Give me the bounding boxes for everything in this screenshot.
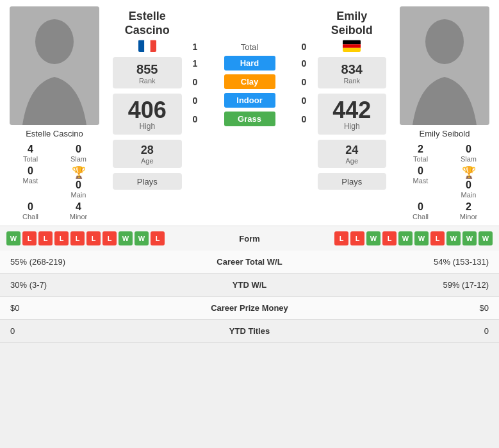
svg-rect-2 — [138, 40, 144, 52]
player2-stats: 2 Total 0 Slam 0 Mast 🏆 0 Main 0 — [400, 144, 489, 220]
player2-slam-label: Slam — [461, 155, 477, 163]
player2-middle-stats: EmilySeibold 834 Rank 442 High — [314, 6, 391, 220]
player2-card: Emily Seibold 2 Total 0 Slam 0 Mast 🏆 0 — [390, 6, 499, 220]
player2-age-label: Age — [318, 157, 387, 165]
player1-mast-value: 0 — [28, 165, 33, 177]
form-badge-p2: L — [350, 231, 364, 245]
player1-name-middle: EstelleCascino — [113, 6, 182, 40]
player1-main-value: 0 — [76, 179, 81, 191]
player2-mast-label: Mast — [413, 177, 429, 185]
form-badge-p2: W — [366, 231, 380, 245]
player1-flag-row — [113, 40, 182, 52]
player1-mast-cell: 0 Mast — [10, 165, 51, 199]
grass-score-left: 0 — [186, 114, 205, 124]
clay-badge: Clay — [224, 74, 275, 89]
player1-plays-box: Plays — [113, 173, 182, 190]
stats-center-0: Career Total W/L — [186, 251, 314, 274]
player1-middle-stats: EstelleCascino 855 Rank 406 High — [109, 6, 186, 220]
player2-age-box: 24 Age — [318, 140, 387, 168]
player2-name-middle: EmilySeibold — [318, 6, 387, 40]
player2-main-value: 0 — [466, 179, 471, 191]
player1-total-cell: 4 Total — [10, 144, 51, 163]
hard-badge: Hard — [224, 56, 275, 71]
player2-plays-box: Plays — [318, 173, 387, 190]
svg-rect-4 — [150, 40, 156, 52]
player1-form: WLLLLLLWWL — [6, 231, 224, 245]
form-badge-p1: W — [6, 231, 20, 245]
player1-slam-value: 0 — [76, 144, 81, 155]
clay-row: 0 Clay 0 — [186, 74, 314, 89]
player2-total-value: 2 — [418, 144, 423, 155]
player1-card: Estelle Cascino 4 Total 0 Slam 0 Mast 🏆 … — [0, 6, 109, 220]
main-container: Estelle Cascino 4 Total 0 Slam 0 Mast 🏆 … — [0, 0, 499, 343]
svg-point-9 — [425, 19, 464, 64]
player1-age-box: 28 Age — [113, 140, 182, 168]
player1-main-label: Main — [71, 191, 86, 199]
player2-slam-cell: 0 Slam — [448, 144, 489, 163]
stats-center-2: Career Prize Money — [186, 297, 314, 320]
player1-rank-label: Rank — [113, 77, 182, 85]
player2-slam-value: 0 — [466, 144, 471, 155]
form-badge-p1: L — [102, 231, 117, 245]
player2-high-box: 442 High — [318, 94, 387, 135]
form-badge-p1: L — [86, 231, 101, 245]
form-badge-p1: W — [119, 231, 133, 245]
player1-age-value: 28 — [113, 144, 182, 157]
stats-right-0: 54% (153-131) — [314, 251, 500, 274]
player2-rank-box: 834 Rank — [318, 57, 387, 88]
stats-right-3: 0 — [314, 320, 500, 343]
form-badge-p1: L — [38, 231, 53, 245]
clay-score-left: 0 — [186, 77, 205, 87]
indoor-score-right: 0 — [295, 95, 314, 106]
grass-row: 0 Grass 0 — [186, 112, 314, 126]
player1-stats: 4 Total 0 Slam 0 Mast 🏆 0 Main 0 — [10, 144, 99, 220]
player1-high-box: 406 High — [113, 94, 182, 135]
stats-center-3: YTD Titles — [186, 320, 314, 343]
stats-left-0: 55% (268-219) — [0, 251, 186, 274]
form-badge-p2: W — [398, 231, 413, 245]
form-badge-p1: L — [151, 231, 165, 245]
player-section: Estelle Cascino 4 Total 0 Slam 0 Mast 🏆 … — [0, 0, 499, 220]
hard-badge-container: Hard — [205, 56, 295, 71]
player1-chall-cell: 0 Chall — [10, 201, 51, 220]
match-center: 1 Total 0 1 Hard 0 0 Clay 0 0 — [186, 6, 314, 220]
form-badge-p2: W — [462, 231, 477, 245]
player2-plays-label: Plays — [318, 177, 387, 187]
stats-left-3: 0 — [0, 320, 186, 343]
form-badge-p1: L — [22, 231, 37, 245]
player1-high-label: High — [113, 122, 182, 131]
hard-score-right: 0 — [295, 58, 314, 69]
form-badge-p2: W — [479, 231, 493, 245]
player2-mast-value: 0 — [418, 165, 423, 177]
svg-rect-3 — [144, 40, 150, 52]
form-badge-p1: L — [54, 231, 69, 245]
player2-rank-value: 834 — [318, 62, 387, 77]
player2-trophy-icon: 🏆 — [462, 165, 476, 179]
stats-left-2: $0 — [0, 297, 186, 320]
player2-chall-value: 0 — [418, 201, 423, 213]
player2-avatar — [400, 6, 489, 125]
total-score-right: 0 — [295, 42, 314, 52]
total-row: 1 Total 0 — [186, 42, 314, 52]
player1-total-value: 4 — [28, 144, 33, 155]
svg-rect-5 — [343, 40, 361, 45]
player2-high-value: 442 — [318, 99, 387, 122]
player1-mast-label: Mast — [23, 177, 38, 185]
hard-row: 1 Hard 0 — [186, 56, 314, 71]
player2-name: Emily Seibold — [420, 129, 470, 138]
player2-mast-cell: 0 Mast — [400, 165, 441, 199]
player1-age-label: Age — [113, 157, 182, 165]
form-badge-p1: L — [70, 231, 85, 245]
total-label: Total — [205, 42, 295, 52]
player2-minor-value: 2 — [466, 201, 471, 213]
indoor-row: 0 Indoor 0 — [186, 93, 314, 108]
player1-main-cell: 🏆 0 Main — [58, 165, 99, 199]
player1-plays-label: Plays — [113, 177, 182, 187]
stats-left-1: 30% (3-7) — [0, 274, 186, 297]
player2-total-label: Total — [413, 155, 428, 163]
player2-flag-row — [318, 40, 387, 52]
player2-minor-label: Minor — [460, 213, 478, 220]
grass-badge: Grass — [224, 112, 275, 126]
player2-rank-label: Rank — [318, 77, 387, 85]
stats-table: 55% (268-219) Career Total W/L 54% (153-… — [0, 251, 499, 343]
